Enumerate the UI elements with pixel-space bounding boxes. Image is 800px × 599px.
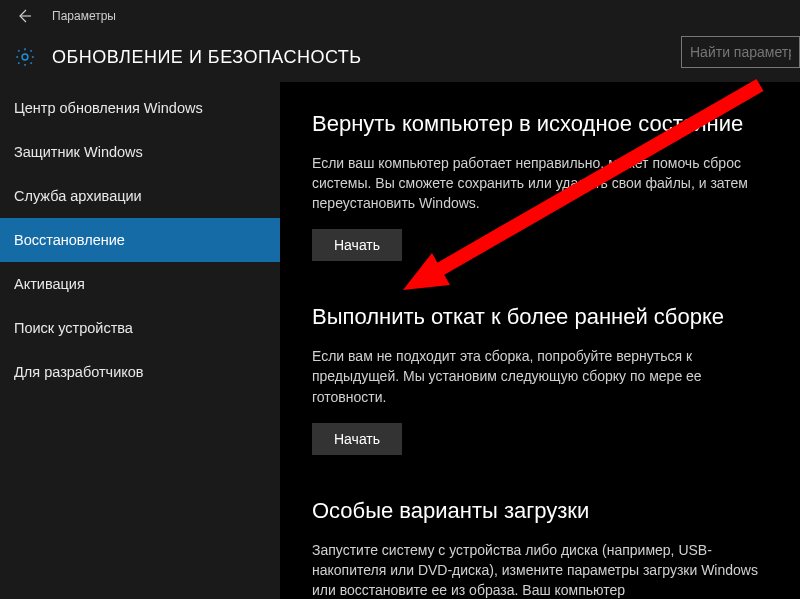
svg-point-0: [22, 54, 28, 60]
reset-start-button[interactable]: Начать: [312, 229, 402, 261]
sidebar-item-find-device[interactable]: Поиск устройства: [0, 306, 280, 350]
gear-icon: [14, 46, 36, 68]
section-text: Запустите систему с устройства либо диск…: [312, 540, 772, 599]
section-reset-pc: Вернуть компьютер в исходное состояние Е…: [312, 110, 780, 261]
section-title: Особые варианты загрузки: [312, 497, 780, 526]
back-button[interactable]: [14, 6, 34, 26]
sidebar: Центр обновления Windows Защитник Window…: [0, 82, 280, 599]
sidebar-item-label: Для разработчиков: [14, 364, 144, 380]
section-title: Выполнить откат к более ранней сборке: [312, 303, 780, 332]
rollback-start-button[interactable]: Начать: [312, 423, 402, 455]
sidebar-item-label: Центр обновления Windows: [14, 100, 203, 116]
sidebar-item-recovery[interactable]: Восстановление: [0, 218, 280, 262]
section-text: Если вам не подходит эта сборка, попробу…: [312, 346, 772, 407]
sidebar-item-developers[interactable]: Для разработчиков: [0, 350, 280, 394]
section-text: Если ваш компьютер работает неправильно,…: [312, 153, 772, 214]
sidebar-item-backup[interactable]: Служба архивации: [0, 174, 280, 218]
sidebar-item-defender[interactable]: Защитник Windows: [0, 130, 280, 174]
sidebar-item-activation[interactable]: Активация: [0, 262, 280, 306]
sidebar-item-windows-update[interactable]: Центр обновления Windows: [0, 86, 280, 130]
sidebar-item-label: Активация: [14, 276, 85, 292]
window-title: Параметры: [52, 9, 116, 23]
sidebar-item-label: Служба архивации: [14, 188, 142, 204]
titlebar: Параметры: [0, 0, 800, 32]
back-arrow-icon: [16, 8, 32, 24]
header: ОБНОВЛЕНИЕ И БЕЗОПАСНОСТЬ: [0, 32, 800, 82]
search-input[interactable]: [681, 36, 800, 68]
sidebar-item-label: Защитник Windows: [14, 144, 143, 160]
section-advanced-startup: Особые варианты загрузки Запустите систе…: [312, 497, 780, 599]
content-pane: Вернуть компьютер в исходное состояние Е…: [280, 82, 800, 599]
section-title: Вернуть компьютер в исходное состояние: [312, 110, 780, 139]
section-rollback-build: Выполнить откат к более ранней сборке Ес…: [312, 303, 780, 454]
sidebar-item-label: Поиск устройства: [14, 320, 133, 336]
sidebar-item-label: Восстановление: [14, 232, 125, 248]
page-heading: ОБНОВЛЕНИЕ И БЕЗОПАСНОСТЬ: [52, 47, 362, 68]
